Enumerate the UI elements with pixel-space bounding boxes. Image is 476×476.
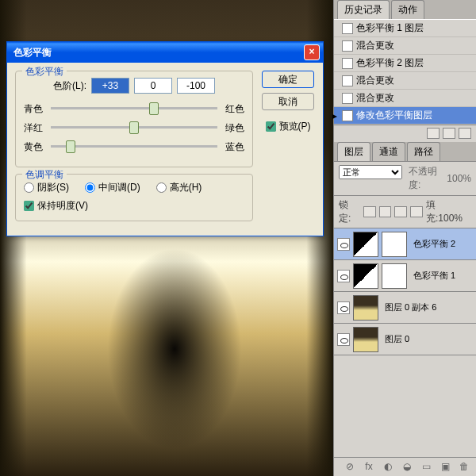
level-input-2[interactable]	[134, 78, 172, 94]
history-item[interactable]: 修改色彩平衡图层	[334, 107, 476, 125]
history-item[interactable]: 混合更改	[334, 90, 476, 107]
visibility-icon[interactable]	[337, 301, 350, 314]
lock-pixels-icon[interactable]	[379, 206, 392, 217]
mask-thumb	[382, 263, 407, 289]
history-item[interactable]: 混合更改	[334, 37, 476, 55]
level-input-3[interactable]	[177, 78, 215, 94]
image-thumb	[353, 295, 378, 321]
slider-left-label: 黄色	[24, 140, 46, 154]
color-balance-group: 色彩平衡 色阶(L): 青色 红色 洋红 绿色	[15, 71, 253, 167]
layers-options: 正常 不透明度:100%	[334, 161, 476, 196]
document-icon	[342, 58, 353, 69]
color-balance-dialog: 色彩平衡 × 色彩平衡 色阶(L): 青色 红色 洋红	[6, 41, 324, 236]
tab-channels[interactable]: 通道	[372, 142, 405, 161]
layers-footer: ⊘ fx ◐ ◒ ▭ ▣ 🗑	[334, 457, 476, 476]
layer-name: 图层 0	[382, 333, 473, 345]
trash-icon[interactable]	[459, 128, 471, 139]
mask-thumb	[382, 232, 407, 257]
slider-right-label: 红色	[222, 102, 244, 116]
visibility-icon[interactable]	[337, 238, 350, 251]
slider-right-label: 绿色	[222, 121, 244, 135]
layer-row[interactable]: 色彩平衡 1	[334, 260, 476, 292]
group-legend: 色彩平衡	[22, 65, 67, 79]
level-label: 色阶(L):	[53, 79, 86, 93]
level-input-1[interactable]	[91, 78, 129, 94]
tab-paths[interactable]: 路径	[407, 142, 440, 161]
trash-icon[interactable]: 🗑	[457, 461, 471, 474]
adjustment-thumb	[353, 232, 378, 257]
opacity-label: 不透明度:	[409, 165, 445, 192]
dialog-title: 色彩平衡	[13, 46, 304, 60]
document-icon	[342, 75, 353, 86]
preview-checkbox[interactable]: 预览(P)	[266, 120, 311, 133]
lock-transparency-icon[interactable]	[363, 206, 376, 217]
lock-all-icon[interactable]	[410, 206, 423, 217]
folder-icon[interactable]: ▭	[419, 461, 433, 474]
history-item[interactable]: 色彩平衡 2 图层	[334, 55, 476, 72]
visibility-icon[interactable]	[337, 270, 350, 282]
document-icon	[342, 110, 353, 121]
midtones-radio[interactable]: 中间调(D)	[85, 181, 140, 194]
shadows-radio[interactable]: 阴影(S)	[24, 181, 69, 194]
image-thumb	[353, 327, 378, 352]
highlights-radio[interactable]: 高光(H)	[156, 181, 202, 194]
adjustment-icon[interactable]: ◒	[400, 461, 414, 474]
opacity-value[interactable]: 100%	[447, 173, 471, 184]
history-list: 色彩平衡 1 图层 混合更改 色彩平衡 2 图层 混合更改 混合更改 修改色彩平…	[334, 19, 476, 125]
history-item[interactable]: 色彩平衡 1 图层	[334, 20, 476, 37]
new-doc-icon[interactable]	[443, 128, 455, 139]
layer-row[interactable]: 色彩平衡 2	[334, 228, 476, 260]
document-icon	[342, 40, 353, 52]
slider-right-label: 蓝色	[222, 140, 244, 154]
ok-button[interactable]: 确定	[262, 71, 314, 88]
preserve-luminosity-checkbox[interactable]: 保持明度(V)	[24, 199, 244, 213]
tab-actions[interactable]: 动作	[391, 0, 424, 19]
link-icon[interactable]: ⊘	[343, 461, 357, 474]
document-icon	[342, 93, 353, 104]
lock-position-icon[interactable]	[394, 206, 407, 217]
history-item[interactable]: 混合更改	[334, 72, 476, 90]
tab-history[interactable]: 历史记录	[337, 0, 390, 19]
visibility-icon[interactable]	[337, 333, 350, 346]
blend-mode-select[interactable]: 正常	[339, 165, 402, 179]
tab-layers[interactable]: 图层	[337, 142, 370, 161]
document-icon	[342, 23, 353, 34]
slider-left-label: 洋红	[24, 121, 46, 135]
panels-dock: 历史记录 动作 色彩平衡 1 图层 混合更改 色彩平衡 2 图层 混合更改 混合…	[333, 0, 476, 476]
layer-row[interactable]: 图层 0 副本 6	[334, 292, 476, 324]
slider-left-label: 青色	[24, 102, 46, 116]
layer-name: 色彩平衡 1	[410, 270, 473, 282]
magenta-green-slider[interactable]	[51, 121, 217, 135]
history-tabbar: 历史记录 动作	[334, 0, 476, 19]
layer-row[interactable]: 图层 0	[334, 324, 476, 355]
new-layer-icon[interactable]: ▣	[438, 461, 452, 474]
lock-label: 锁定:	[339, 198, 360, 225]
layer-name: 色彩平衡 2	[410, 238, 473, 250]
adjustment-thumb	[353, 263, 378, 289]
fx-icon[interactable]: fx	[362, 461, 376, 474]
layer-list: 色彩平衡 2 色彩平衡 1 图层 0 副本 6 图层 0	[334, 228, 476, 355]
dialog-titlebar[interactable]: 色彩平衡 ×	[7, 42, 323, 63]
yellow-blue-slider[interactable]	[51, 140, 217, 154]
layers-tabbar: 图层 通道 路径	[334, 142, 476, 161]
layer-name: 图层 0 副本 6	[382, 301, 473, 313]
group-legend: 色调平衡	[22, 168, 67, 182]
lock-row: 锁定: 填充:100%	[334, 196, 476, 228]
fill-label: 填充:	[426, 199, 438, 224]
fill-value[interactable]: 100%	[438, 213, 463, 224]
cancel-button[interactable]: 取消	[262, 93, 314, 110]
snapshot-icon[interactable]	[427, 128, 440, 139]
tone-balance-group: 色调平衡 阴影(S) 中间调(D) 高光(H) 保持明度(V)	[15, 174, 253, 221]
mask-icon[interactable]: ◐	[381, 461, 395, 474]
cyan-red-slider[interactable]	[51, 102, 217, 116]
history-footer	[334, 125, 476, 142]
close-icon[interactable]: ×	[304, 44, 320, 60]
